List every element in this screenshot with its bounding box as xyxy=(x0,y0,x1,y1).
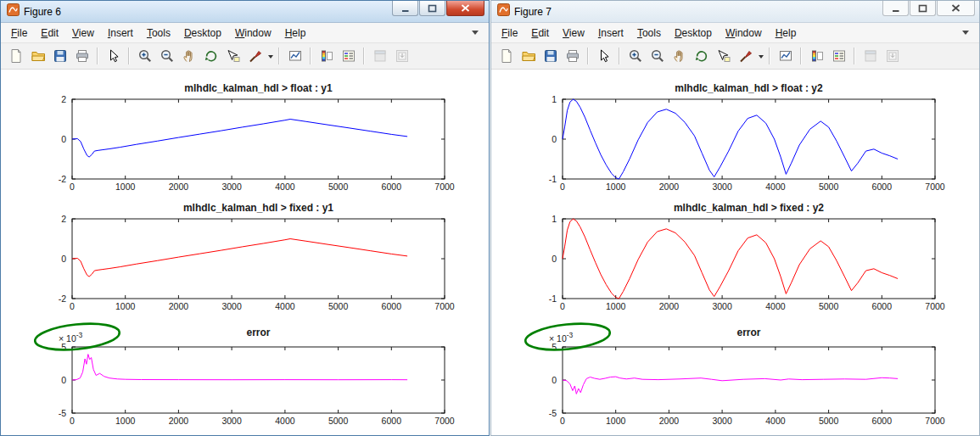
x-tick-label: 3000 xyxy=(221,301,242,311)
menu-item-file[interactable]: File xyxy=(4,25,34,41)
x-tick-label: 7000 xyxy=(434,416,455,426)
brush-dropdown-icon[interactable] xyxy=(266,46,274,67)
axes-box xyxy=(72,99,445,179)
menu-item-help[interactable]: Help xyxy=(769,25,804,41)
new-icon[interactable] xyxy=(5,46,26,67)
x-tick-label: 1000 xyxy=(606,416,626,426)
pointer-icon[interactable] xyxy=(103,46,124,67)
zoom-out-icon[interactable] xyxy=(647,46,668,67)
menu-item-tools[interactable]: Tools xyxy=(140,25,177,41)
menu-overflow-icon[interactable] xyxy=(962,31,969,38)
rotate-3d-icon[interactable] xyxy=(200,46,221,67)
maximize-button[interactable] xyxy=(419,1,445,16)
y-tick-label: 0 xyxy=(61,375,66,385)
toolbar-separator xyxy=(363,48,365,64)
minimize-button[interactable] xyxy=(392,1,418,16)
brush-icon[interactable] xyxy=(735,46,756,67)
axes-box xyxy=(563,99,935,179)
menu-item-tools[interactable]: Tools xyxy=(630,25,668,41)
chart-title: error xyxy=(736,327,760,338)
insert-colorbar-icon[interactable] xyxy=(316,46,337,67)
close-button[interactable] xyxy=(937,1,975,16)
maximize-button[interactable] xyxy=(910,1,936,16)
x-tick-label: 6000 xyxy=(382,416,402,426)
pan-icon[interactable] xyxy=(178,46,199,67)
titlebar[interactable]: Figure 7 xyxy=(491,1,979,23)
x-tick-label: 0 xyxy=(560,301,565,311)
y-tick-label: 0 xyxy=(552,254,557,264)
figure-canvas: mlhdlc_kalman_hdl > float : y20100020003… xyxy=(491,70,979,435)
y-tick-label: -2 xyxy=(59,293,66,304)
hide-plot-tools-icon[interactable] xyxy=(369,46,390,67)
open-icon[interactable] xyxy=(27,46,48,67)
menu-item-insert[interactable]: Insert xyxy=(591,25,630,41)
y-tick-label: 0 xyxy=(61,254,66,264)
print-icon[interactable] xyxy=(71,46,92,67)
dock-figure-icon[interactable] xyxy=(882,46,903,67)
menu-item-desktop[interactable]: Desktop xyxy=(177,25,228,41)
menu-item-window[interactable]: Window xyxy=(228,25,278,41)
menu-item-edit[interactable]: Edit xyxy=(524,25,556,41)
titlebar[interactable]: Figure 6 xyxy=(1,1,489,23)
menu-item-window[interactable]: Window xyxy=(719,25,769,41)
menu-item-view[interactable]: View xyxy=(65,25,101,41)
save-icon[interactable] xyxy=(540,46,561,67)
x-tick-label: 6000 xyxy=(872,182,893,192)
data-cursor-icon[interactable] xyxy=(713,46,734,67)
toolbar-separator xyxy=(619,48,620,64)
x-tick-label: 0 xyxy=(560,182,565,192)
chart-title: mlhdlc_kalman_hdl > float : y2 xyxy=(675,82,823,94)
menu-item-desktop[interactable]: Desktop xyxy=(668,25,719,41)
x-tick-label: 4000 xyxy=(765,182,786,192)
zoom-in-icon[interactable] xyxy=(134,46,155,67)
insert-legend-icon[interactable] xyxy=(338,46,359,67)
desktop: Figure 6 FileEditViewInsertToolsDesktopW… xyxy=(0,0,980,436)
zoom-in-icon[interactable] xyxy=(624,46,646,67)
chart-fixed-y1: mlhdlc_kalman_hdl > fixed : y10100020003… xyxy=(6,200,485,312)
insert-legend-icon[interactable] xyxy=(828,46,849,67)
close-button[interactable] xyxy=(446,1,484,16)
x-tick-label: 3000 xyxy=(712,301,732,311)
zoom-out-icon[interactable] xyxy=(156,46,177,67)
x-tick-label: 5000 xyxy=(819,301,839,311)
menu-item-insert[interactable]: Insert xyxy=(101,25,140,41)
hide-plot-tools-icon[interactable] xyxy=(860,46,881,67)
link-plot-icon[interactable] xyxy=(284,46,305,67)
save-icon[interactable] xyxy=(49,46,70,67)
x-tick-label: 0 xyxy=(70,182,75,192)
menu-items: FileEditViewInsertToolsDesktopWindowHelp xyxy=(4,25,312,41)
x-tick-label: 0 xyxy=(560,416,565,426)
axes-box xyxy=(72,219,445,299)
pan-icon[interactable] xyxy=(669,46,690,67)
pointer-icon[interactable] xyxy=(593,46,614,67)
insert-colorbar-icon[interactable] xyxy=(806,46,827,67)
new-icon[interactable] xyxy=(496,46,517,67)
x-tick-label: 7000 xyxy=(925,301,945,311)
menu-items: FileEditViewInsertToolsDesktopWindowHelp xyxy=(495,25,803,41)
open-icon[interactable] xyxy=(518,46,539,67)
x-tick-label: 2000 xyxy=(659,416,680,426)
menu-item-view[interactable]: View xyxy=(556,25,591,41)
y-tick-label: 2 xyxy=(61,94,66,104)
rotate-3d-icon[interactable] xyxy=(691,46,712,67)
menu-overflow-icon[interactable] xyxy=(472,31,479,38)
figure-icon xyxy=(7,3,20,20)
x-tick-label: 5000 xyxy=(819,182,839,192)
x-tick-label: 4000 xyxy=(275,182,295,192)
y-tick-label: -5 xyxy=(59,408,66,418)
print-icon[interactable] xyxy=(562,46,583,67)
toolbar-separator xyxy=(800,48,802,64)
brush-icon[interactable] xyxy=(244,46,266,67)
data-cursor-icon[interactable] xyxy=(222,46,244,67)
menubar: FileEditViewInsertToolsDesktopWindowHelp xyxy=(1,23,489,43)
menu-item-edit[interactable]: Edit xyxy=(34,25,65,41)
brush-dropdown-icon[interactable] xyxy=(757,46,764,67)
x-tick-label: 5000 xyxy=(328,301,349,311)
dock-figure-icon[interactable] xyxy=(391,46,412,67)
window-title: Figure 6 xyxy=(24,6,61,18)
link-plot-icon[interactable] xyxy=(775,46,796,67)
minimize-button[interactable] xyxy=(882,1,909,16)
menu-item-help[interactable]: Help xyxy=(278,25,313,41)
menu-item-file[interactable]: File xyxy=(495,25,524,41)
toolbar-separator xyxy=(97,48,98,64)
